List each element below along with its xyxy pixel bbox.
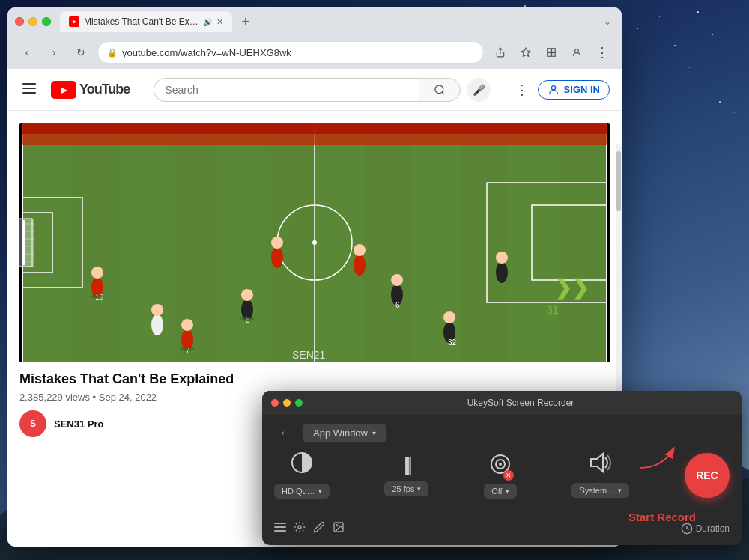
tab-close-button[interactable]: ✕ [216,17,223,27]
svg-rect-75 [274,526,286,528]
yt-dots-icon[interactable]: ⋮ [512,79,532,101]
tab-audio-icon: 🔊 [203,18,212,26]
youtube-logo-text: YouTube [79,82,130,97]
maximize-traffic-light[interactable] [42,17,51,26]
youtube-logo[interactable]: ▶ YouTube [51,81,130,99]
svg-point-47 [354,255,366,276]
view-count: 2,385,229 views [19,392,90,403]
svg-point-50 [151,304,163,316]
svg-text:32: 32 [448,338,457,347]
svg-rect-4 [552,49,556,52]
audio-control: System… ▾ [571,452,629,498]
address-bar[interactable]: 🔒 youtube.com/watch?v=wN-UEHXG8wk [97,41,484,64]
quality-label: HD Qu… [282,487,315,496]
video-player[interactable]: 19 7 [19,123,610,362]
settings-icon[interactable] [294,521,306,536]
active-tab[interactable]: Mistakes That Can't Be Ex… 🔊 ✕ [60,11,232,32]
scrollbar-thumb[interactable] [616,151,621,211]
recorder-controls-row: HD Qu… ▾ ||| 25 fps ▾ [274,451,730,499]
svg-text:6: 6 [395,301,400,309]
svg-point-40 [91,267,103,279]
fps-dropdown[interactable]: 25 fps ▾ [384,481,428,496]
chrome-menu-icon[interactable]: ⋮ [592,42,613,63]
youtube-header: ▶ YouTube 🎤 ⋮ SIGN IN [7,69,622,111]
rec-button-group: REC Start Record [685,453,730,498]
duration-label: Duration [696,523,730,534]
reload-button[interactable]: ↻ [70,42,91,63]
webcam-dropdown[interactable]: Off ▾ [484,484,516,499]
pen-icon[interactable] [313,521,325,536]
url-text: youtube.com/watch?v=wN-UEHXG8wk [122,47,474,58]
search-button[interactable] [419,78,461,102]
mic-button[interactable]: 🎤 [467,78,491,102]
image-icon[interactable] [333,521,345,536]
svg-point-23 [312,240,317,245]
tab-favicon [69,16,79,27]
lock-icon: 🔒 [107,48,118,58]
recorder-traffic-lights [271,399,303,407]
list-icon[interactable] [274,521,286,536]
webcam-arrow: ▾ [506,487,509,495]
speaker-icon [589,452,612,478]
svg-rect-10 [22,92,36,94]
webcam-off-indicator: ✕ [503,470,514,481]
recorder-back-button[interactable]: ← [274,424,297,442]
svg-point-11 [435,85,443,94]
recorder-max-button[interactable] [295,399,303,407]
traffic-lights [15,17,51,26]
tab-bar: Mistakes That Can't Be Ex… 🔊 ✕ + ⌄ [60,11,614,32]
chrome-addressbar: ‹ › ↻ 🔒 youtube.com/watch?v=wN-UEHXG8wk [7,36,622,69]
yt-hamburger-icon[interactable] [19,79,39,100]
new-tab-button[interactable]: + [235,11,256,32]
svg-point-65 [90,294,105,299]
bookmark-icon[interactable] [515,42,536,63]
forward-button[interactable]: › [43,42,64,63]
svg-point-60 [496,262,508,283]
svg-text:31: 31 [547,304,559,316]
search-input[interactable] [154,78,419,102]
svg-rect-31 [19,219,34,267]
quality-control: HD Qu… ▾ [274,451,330,499]
svg-point-12 [551,85,555,89]
svg-point-58 [443,311,455,323]
chrome-titlebar: Mistakes That Can't Be Ex… 🔊 ✕ + ⌄ [7,7,622,36]
share-icon[interactable] [490,42,511,63]
svg-point-49 [151,314,163,335]
svg-marker-2 [521,48,530,56]
svg-point-7 [575,49,579,52]
close-traffic-light[interactable] [15,17,24,26]
recorder-close-button[interactable] [271,399,279,407]
svg-rect-6 [552,53,556,57]
fps-icon: ||| [404,454,410,477]
extensions-icon[interactable] [541,42,562,63]
svg-marker-72 [591,454,603,472]
recorder-min-button[interactable] [283,399,291,407]
sign-in-button[interactable]: SIGN IN [538,80,610,100]
quality-dropdown[interactable]: HD Qu… ▾ [274,484,330,499]
svg-rect-3 [548,49,551,52]
svg-point-45 [271,247,283,268]
channel-avatar[interactable]: S [19,410,46,437]
back-button[interactable]: ‹ [16,42,37,63]
video-title: Mistakes That Can't Be Explained [19,371,610,387]
svg-rect-76 [274,530,286,532]
svg-point-77 [298,526,301,529]
video-content: 19 7 [19,123,610,362]
minimize-traffic-light[interactable] [28,17,37,26]
webcam-icon-container: ✕ [488,452,512,479]
rec-button[interactable]: REC [685,453,730,498]
svg-text:❯❯: ❯❯ [554,276,589,300]
svg-point-67 [240,317,255,321]
youtube-logo-icon: ▶ [51,81,76,99]
audio-label: System… [579,486,615,495]
profile-icon[interactable] [566,42,587,63]
start-record-container: Start Record [628,511,696,524]
recorder-mode-dropdown[interactable]: App Window ▾ [303,424,386,442]
svg-point-55 [391,274,403,286]
svg-rect-5 [548,53,551,57]
quality-icon [291,451,313,479]
svg-rect-8 [22,83,36,85]
tab-menu-button[interactable]: ⌄ [601,13,614,30]
audio-dropdown[interactable]: System… ▾ [571,483,629,498]
mode-arrow: ▾ [372,429,376,437]
